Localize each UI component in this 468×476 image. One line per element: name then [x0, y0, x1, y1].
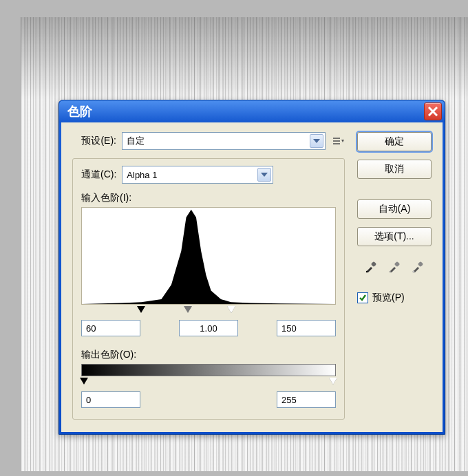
eyedropper-icon: [411, 260, 425, 274]
eyedropper-icon: [387, 260, 401, 274]
titlebar[interactable]: 色阶: [59, 100, 445, 122]
channel-value: Alpha 1: [127, 170, 257, 180]
midtone-input[interactable]: 1.00: [179, 320, 238, 336]
midtone-slider[interactable]: [184, 306, 192, 313]
output-high-input[interactable]: 255: [277, 391, 336, 408]
preset-value: 自定: [127, 135, 310, 147]
svg-marker-6: [341, 140, 344, 142]
preview-checkbox[interactable]: [357, 292, 368, 303]
svg-rect-8: [371, 261, 376, 267]
channel-group: 通道(C): Alpha 1 输入色阶(I):: [72, 158, 345, 420]
histogram-chart: [82, 208, 335, 304]
dialog-body: 预设(E): 自定 通道(C):: [61, 122, 443, 432]
preset-combo[interactable]: 自定: [122, 132, 326, 150]
output-slider[interactable]: [81, 378, 336, 387]
menu-icon: [332, 137, 344, 145]
input-slider[interactable]: [81, 306, 336, 316]
output-low-input[interactable]: 0: [81, 391, 140, 408]
output-gradient: [81, 364, 336, 376]
chevron-down-icon: [310, 134, 323, 148]
options-button[interactable]: 选项(T)...: [357, 227, 432, 246]
histogram[interactable]: [81, 207, 336, 305]
ok-button[interactable]: 确定: [357, 132, 432, 151]
white-point-eyedropper[interactable]: [408, 257, 427, 277]
shadow-slider[interactable]: [137, 306, 145, 313]
svg-point-13: [413, 271, 414, 272]
black-point-eyedropper[interactable]: [361, 257, 381, 277]
svg-marker-2: [313, 139, 320, 143]
highlight-slider[interactable]: [227, 306, 235, 313]
preset-label: 预设(E):: [72, 135, 116, 147]
svg-point-11: [390, 271, 391, 272]
chevron-down-icon: [257, 168, 271, 182]
output-low-slider[interactable]: [80, 378, 88, 385]
output-high-slider[interactable]: [329, 378, 337, 385]
channel-label: 通道(C):: [81, 169, 116, 181]
cancel-button[interactable]: 取消: [357, 160, 432, 179]
svg-rect-10: [394, 261, 400, 267]
eyedropper-icon: [364, 260, 378, 274]
preview-label: 预览(P): [372, 292, 405, 304]
output-levels-label: 输出色阶(O):: [81, 349, 336, 361]
gray-point-eyedropper[interactable]: [385, 257, 404, 277]
channel-combo[interactable]: Alpha 1: [122, 166, 273, 184]
svg-rect-12: [418, 261, 423, 267]
dialog-title: 色阶: [67, 103, 92, 120]
shadow-input[interactable]: 60: [81, 320, 140, 336]
close-icon: [428, 107, 438, 116]
close-button[interactable]: [424, 102, 442, 120]
check-icon: [359, 294, 367, 302]
input-levels-label: 输入色阶(I):: [81, 192, 336, 204]
preset-menu-button[interactable]: [331, 136, 345, 147]
svg-marker-7: [261, 173, 268, 177]
auto-button[interactable]: 自动(A): [357, 199, 432, 219]
highlight-input[interactable]: 150: [277, 320, 336, 336]
levels-dialog: 色阶 预设(E): 自定: [58, 100, 445, 435]
svg-point-9: [366, 271, 368, 272]
